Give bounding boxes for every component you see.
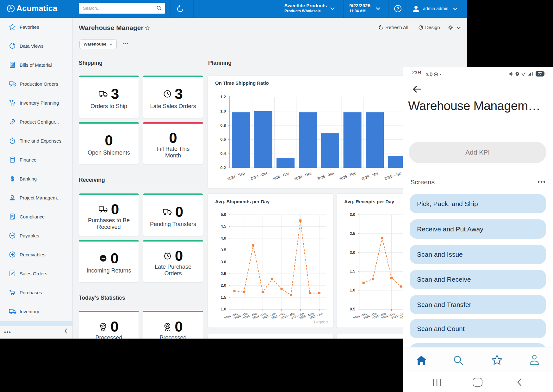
svg-text:2.5: 2.5 <box>221 272 226 276</box>
svg-text:3.0: 3.0 <box>221 260 226 264</box>
svg-text:2025 - Mar: 2025 - Mar <box>361 171 379 181</box>
svg-text:4.0: 4.0 <box>221 236 226 241</box>
svg-text:2.0: 2.0 <box>350 250 355 255</box>
svg-text:1.0: 1.0 <box>221 307 226 311</box>
svg-text:3.0: 3.0 <box>350 212 355 217</box>
svg-text:0.8: 0.8 <box>221 123 226 128</box>
svg-text:2024 - Nov: 2024 - Nov <box>271 171 290 181</box>
svg-text:1.5: 1.5 <box>221 295 226 300</box>
svg-text:0.6: 0.6 <box>221 137 226 142</box>
svg-text:0.2: 0.2 <box>221 166 226 170</box>
svg-text:1.0: 1.0 <box>350 288 355 292</box>
svg-text:2024 - Sep: 2024 - Sep <box>227 171 245 181</box>
svg-text:0.4: 0.4 <box>221 151 226 156</box>
svg-text:4.5: 4.5 <box>221 224 226 229</box>
svg-text:?: ? <box>396 6 399 11</box>
svg-text:5.0: 5.0 <box>221 212 226 217</box>
svg-text:2.0: 2.0 <box>221 283 226 288</box>
svg-text:2025 - Jan: 2025 - Jan <box>316 171 334 181</box>
svg-text:2025 - Feb: 2025 - Feb <box>339 171 357 181</box>
svg-text:2025 - Apr: 2025 - Apr <box>384 171 401 181</box>
svg-text:3.5: 3.5 <box>221 248 226 252</box>
svg-text:2.5: 2.5 <box>350 231 355 236</box>
svg-text:1.2: 1.2 <box>221 95 226 99</box>
svg-text:1.0: 1.0 <box>221 109 226 113</box>
svg-text:?: ? <box>525 72 526 74</box>
svg-text:0.5: 0.5 <box>350 307 355 311</box>
svg-text:2024 - Dec: 2024 - Dec <box>294 171 312 181</box>
svg-text:Legend: Legend <box>314 320 328 324</box>
svg-text:S: S <box>11 63 13 66</box>
svg-text:2024 - Oct: 2024 - Oct <box>250 171 268 181</box>
svg-text:1.5: 1.5 <box>350 269 355 273</box>
svg-text:$: $ <box>10 175 14 182</box>
